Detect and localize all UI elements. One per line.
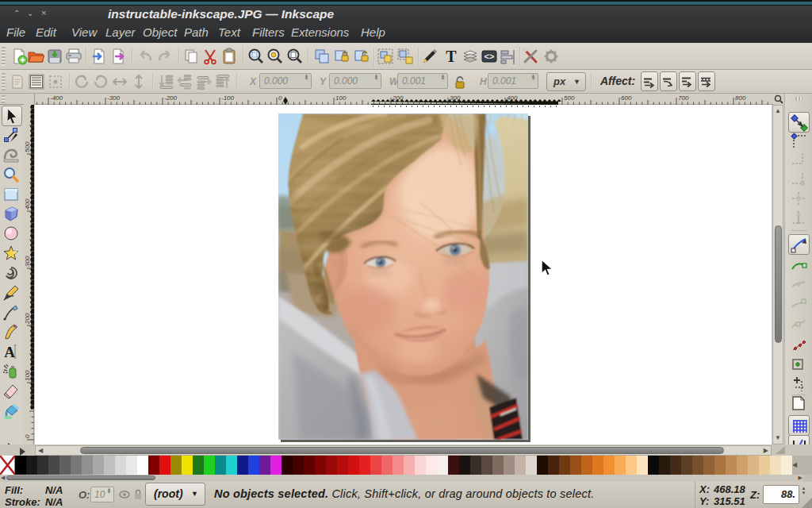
svg-text:300: 300 [24, 256, 31, 267]
svg-text:<>: <> [485, 52, 495, 61]
svg-text:0: 0 [24, 434, 31, 438]
svg-text:100: 100 [335, 94, 347, 102]
svg-text:500: 500 [564, 94, 575, 102]
svg-text:-100: -100 [221, 94, 235, 102]
svg-text:-400: -400 [50, 94, 63, 102]
svg-text:100: 100 [24, 370, 31, 381]
svg-text:200: 200 [24, 313, 31, 325]
svg-text:T: T [446, 48, 457, 65]
svg-text:600: 600 [621, 94, 632, 102]
svg-text:-300: -300 [107, 94, 121, 102]
svg-text:700: 700 [678, 94, 689, 102]
svg-text:400: 400 [24, 198, 31, 210]
svg-text:500: 500 [24, 141, 31, 152]
svg-text:0: 0 [278, 94, 282, 102]
svg-text:800: 800 [735, 94, 746, 102]
svg-text:-200: -200 [164, 94, 178, 102]
